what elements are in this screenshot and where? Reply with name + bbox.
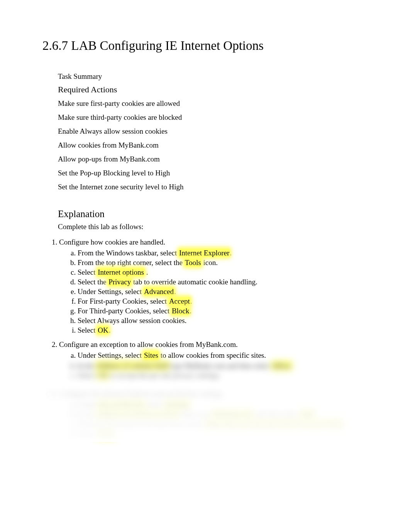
substep-blurred: Select OK to accept the per site privacy… (78, 372, 368, 380)
action-item: Set the Pop-up Blocking level to High (58, 169, 368, 177)
highlight: OK (97, 372, 108, 380)
highlight: Tools (185, 258, 202, 267)
steps-list: Configure how cookies are handled. From … (52, 238, 368, 438)
explanation-block: Explanation Complete this lab as follows… (58, 209, 368, 231)
required-actions-heading: Required Actions (58, 85, 368, 95)
highlight: Privacy (108, 278, 131, 286)
highlight: Close (97, 430, 115, 438)
highlight: Advanced (144, 287, 174, 296)
document-page: 2.6.7 LAB Configuring IE Internet Option… (0, 0, 410, 467)
action-item: Make sure first-party cookies are allowe… (58, 99, 368, 108)
highlight: Pop-up Blocker (98, 401, 145, 409)
highlight: Internet Explorer (179, 249, 230, 257)
highlight: Settings (165, 401, 190, 409)
step-title: Configure how cookies are handled. (59, 238, 165, 246)
action-item: Allow cookies from MyBank.com (58, 141, 368, 150)
substep: From the top right corner, select the To… (78, 258, 368, 267)
page-title: 2.6.7 LAB Configuring IE Internet Option… (42, 39, 368, 53)
substep: For First-party Cookies, select Accept. (78, 297, 368, 306)
step-3-blurred: 3. Configure the internet Explorer pop-u… (59, 390, 368, 438)
highlight: Sites (144, 351, 159, 359)
substeps-list: From the Windows taskbar, select Interne… (71, 249, 368, 335)
substep: Select Always allow session cookies. (78, 316, 368, 325)
highlight: Accept (169, 297, 190, 305)
highlight: Address of website field (97, 362, 169, 370)
highlight: High: Block all pop-ups (Ctrl+Alt to ove… (205, 420, 342, 428)
substep-blurred: From the Blocking level drop-down, selec… (78, 420, 368, 428)
explanation-heading: Explanation (58, 209, 368, 219)
blurred-content: In the Address of website field type MyB… (59, 362, 368, 438)
substep-blurred: In the Address of website to allow field… (78, 410, 368, 419)
substep: Select Internet options . (78, 268, 368, 277)
substep: Under Settings, select Sites to allow co… (78, 351, 368, 360)
step-1: Configure how cookies are handled. From … (59, 238, 368, 335)
highlight: OK (97, 326, 108, 334)
highlight: Address of website to allow (97, 410, 179, 418)
substep-blurred: Select Close (78, 430, 368, 438)
highlight: Allow (272, 362, 291, 370)
task-summary-heading: Task Summary (58, 72, 368, 81)
step-title-blurred: 3. Configure the internet Explorer pop-u… (50, 390, 368, 398)
highlight: MyBank.com (212, 410, 253, 418)
blurred-region: In the Address of website field type MyB… (59, 362, 368, 438)
action-item: Make sure third-party cookies are blocke… (58, 113, 368, 122)
substeps-blurred: In the Address of website field type MyB… (71, 362, 368, 380)
task-summary-block: Task Summary Required Actions Make sure … (58, 72, 368, 191)
highlight: Add (301, 410, 314, 418)
substep: Under Settings, select Advanced. (78, 287, 368, 296)
action-item: Enable Always allow session cookies (58, 127, 368, 136)
step-2: Configure an exception to allow cookies … (59, 340, 368, 438)
substep: From the Windows taskbar, select Interne… (78, 249, 368, 257)
explanation-intro: Complete this lab as follows: (58, 223, 368, 231)
step-title: Configure an exception to allow cookies … (59, 340, 238, 348)
substep: For Third-party Cookies, select Block. (78, 307, 368, 315)
action-item: Set the Internet zone security level to … (58, 183, 368, 191)
substep-blurred: Under Pop-up Blocker select Settings (78, 401, 368, 409)
highlight: Internet options (97, 268, 144, 276)
substep-blurred: In the Address of website field type MyB… (78, 362, 368, 371)
highlight: Block (171, 307, 190, 315)
substep: Select OK. (78, 326, 368, 335)
substeps-blurred: Under Pop-up Blocker select Settings In … (71, 401, 368, 438)
action-item: Allow pop-ups from MyBank.com (58, 155, 368, 163)
substep: Select the Privacy tab to override autom… (78, 278, 368, 286)
substeps-list: Under Settings, select Sites to allow co… (71, 351, 368, 360)
